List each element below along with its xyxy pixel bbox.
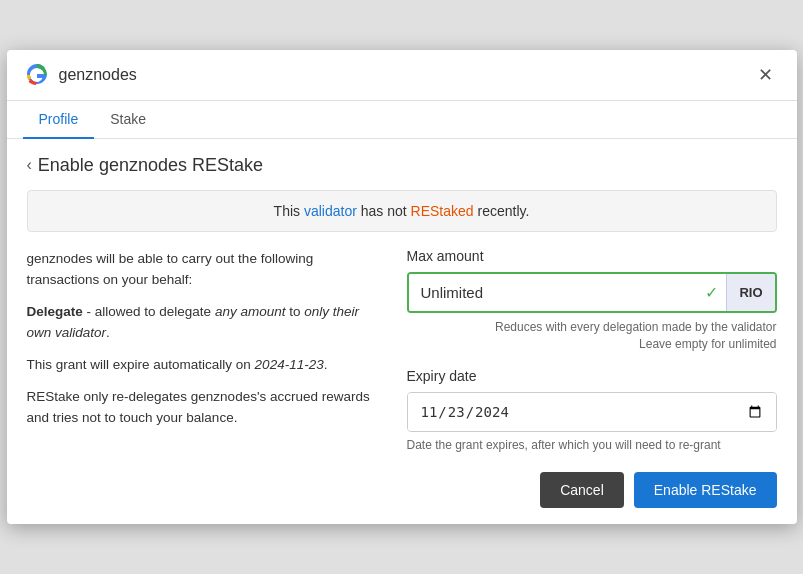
- genznodes-logo: [23, 61, 51, 89]
- currency-button[interactable]: RIO: [726, 274, 774, 311]
- close-button[interactable]: ✕: [750, 60, 781, 90]
- two-column-layout: genznodes will be able to carry out the …: [27, 248, 777, 509]
- alert-text: This validator has not REStaked recently…: [274, 203, 530, 219]
- max-amount-input[interactable]: [409, 274, 698, 311]
- page-title: Enable genznodes REStake: [38, 155, 263, 176]
- tabs-bar: Profile Stake: [7, 101, 797, 139]
- action-row: Cancel Enable REStake: [407, 466, 777, 508]
- back-arrow-icon[interactable]: ‹: [27, 156, 32, 174]
- check-icon: ✓: [705, 283, 718, 302]
- max-amount-input-row: ✓ RIO: [407, 272, 777, 313]
- cancel-button[interactable]: Cancel: [540, 472, 624, 508]
- expiry-input-wrapper: [407, 392, 777, 432]
- delegate-italic1: any amount: [215, 304, 286, 319]
- expiry-label: Expiry date: [407, 368, 777, 384]
- tab-stake[interactable]: Stake: [94, 101, 162, 139]
- alert-banner: This validator has not REStaked recently…: [27, 190, 777, 232]
- alert-validator-word: validator: [304, 203, 357, 219]
- left-column: genznodes will be able to carry out the …: [27, 248, 387, 509]
- check-area: ✓: [697, 274, 726, 311]
- dialog: genznodes ✕ Profile Stake ‹ Enable genzn…: [7, 50, 797, 525]
- title-bar: genznodes ✕: [7, 50, 797, 101]
- dialog-title: genznodes: [59, 66, 137, 84]
- delegate-paragraph: Delegate - allowed to delegate any amoun…: [27, 301, 387, 344]
- intro-text: genznodes will be able to carry out the …: [27, 248, 387, 291]
- main-content: ‹ Enable genznodes REStake This validato…: [7, 139, 797, 525]
- alert-restaked-word: REStaked: [411, 203, 474, 219]
- restake-note: REStake only re-delegates genznodes's ac…: [27, 386, 387, 429]
- expiry-paragraph: This grant will expire automatically on …: [27, 354, 387, 376]
- page-header: ‹ Enable genznodes REStake: [27, 155, 777, 176]
- max-amount-label: Max amount: [407, 248, 777, 264]
- expiry-date-input[interactable]: [408, 393, 776, 431]
- delegate-label: Delegate: [27, 304, 83, 319]
- expiry-date-hint: Date the grant expires, after which you …: [407, 438, 777, 452]
- enable-restake-button[interactable]: Enable REStake: [634, 472, 777, 508]
- right-column: Max amount ✓ RIO Reduces with every dele…: [407, 248, 777, 509]
- max-amount-hint: Reduces with every delegation made by th…: [407, 319, 777, 353]
- expiry-date-text: 2024-11-23: [255, 357, 324, 372]
- title-bar-left: genznodes: [23, 61, 137, 89]
- tab-profile[interactable]: Profile: [23, 101, 95, 139]
